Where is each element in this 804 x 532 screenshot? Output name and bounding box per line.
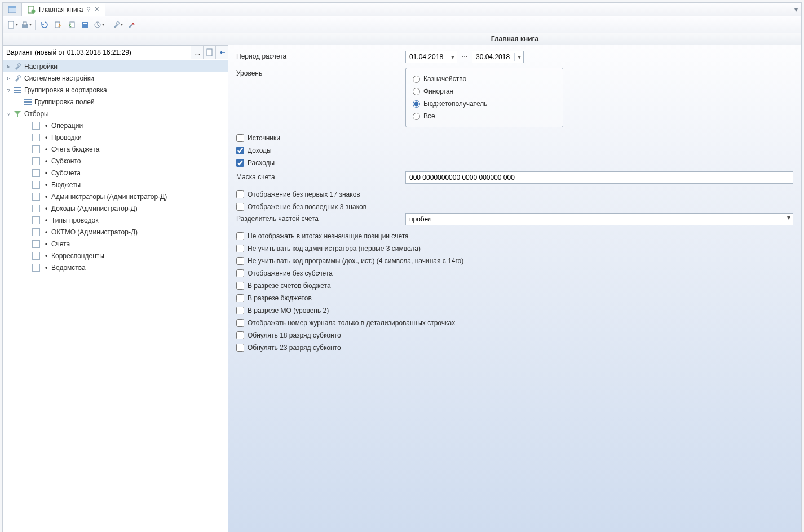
date-to-input[interactable]: [472, 53, 514, 61]
checkbox-by-mo[interactable]: В разрезе МО (уровень 2): [236, 304, 793, 317]
report-icon: [28, 6, 36, 14]
toolbar-sep: [35, 20, 36, 30]
import-button[interactable]: [65, 19, 78, 31]
tree-filter-accounts[interactable]: •Счета: [3, 238, 228, 250]
tree-label: Субконто: [51, 157, 81, 165]
chevron-down-icon[interactable]: ▾: [448, 53, 457, 61]
checkbox-no-program-code[interactable]: Не учитывать код программы (дох., ист.) …: [236, 255, 793, 267]
collapse-icon[interactable]: ▿: [5, 110, 12, 117]
date-from[interactable]: ▾: [405, 51, 457, 63]
svg-rect-16: [14, 87, 21, 88]
tree-filter-subkonto[interactable]: •Субконто: [3, 155, 228, 167]
chevron-down-icon[interactable]: ▾: [784, 214, 793, 225]
export-button[interactable]: [52, 19, 64, 31]
tools-button[interactable]: ▾: [111, 19, 123, 31]
checkbox-no-subaccount[interactable]: Отображение без субсчета: [236, 267, 793, 280]
checkbox-sources[interactable]: Источники: [236, 132, 793, 144]
checkbox-zero18[interactable]: Обнулять 18 разряд субконто: [236, 329, 793, 342]
refresh-button[interactable]: [38, 19, 51, 31]
mask-input[interactable]: [405, 171, 793, 184]
tab-home[interactable]: [3, 3, 22, 16]
checkbox-expenses[interactable]: Расходы: [236, 157, 793, 169]
date-to[interactable]: ▾: [472, 51, 524, 63]
tree-label: Системные настройки: [24, 74, 94, 82]
tree-filter-operations[interactable]: •Операции: [3, 119, 228, 131]
tree-filter-correspondents[interactable]: •Корреспонденты: [3, 250, 228, 261]
checkbox-icon[interactable]: [32, 252, 40, 260]
settings-tree[interactable]: ▹ Настройки ▹ Системные настройки ▿ Груп…: [3, 59, 228, 532]
tree-label: Операции: [51, 122, 83, 130]
radio-recipient[interactable]: Бюджетополучатель: [413, 97, 556, 110]
close-icon[interactable]: ✕: [94, 6, 99, 13]
checkbox-icon[interactable]: [32, 240, 40, 248]
checkbox-icon[interactable]: [32, 264, 40, 272]
variant-new-button[interactable]: [203, 46, 215, 59]
checkbox-zero23[interactable]: Обнулять 23 разряд субконто: [236, 342, 793, 354]
svg-rect-13: [207, 49, 212, 56]
tree-label: Счета: [51, 240, 70, 248]
checkbox-hide-insignificant[interactable]: Не отображать в итогах незначащие позици…: [236, 230, 793, 242]
tree-node-settings[interactable]: ▹ Настройки: [3, 60, 228, 72]
tree-node-group-fields[interactable]: Группировка полей: [3, 96, 228, 108]
checkbox-icon[interactable]: [32, 122, 40, 130]
wrench-icon: [13, 62, 22, 71]
list-icon: [13, 86, 22, 95]
radio-all[interactable]: Все: [413, 110, 556, 122]
filter-icon: [13, 109, 22, 118]
checkbox-icon[interactable]: [32, 193, 40, 201]
radio-treasury[interactable]: Казначейство: [413, 73, 556, 85]
checkbox-icon[interactable]: [32, 134, 40, 141]
checkbox-icon[interactable]: [32, 169, 40, 177]
new-button[interactable]: ▾: [6, 19, 19, 31]
history-button[interactable]: ▾: [92, 19, 105, 31]
checkbox-trim17[interactable]: Отображение без первых 17 знаков: [236, 188, 793, 201]
variant-browse-button[interactable]: …: [191, 46, 203, 59]
tree-filter-entry-types[interactable]: •Типы проводок: [3, 214, 228, 226]
tree-filter-budget-accounts[interactable]: •Счета бюджета: [3, 143, 228, 155]
chevron-down-icon[interactable]: ▾: [514, 53, 523, 61]
tree-label: Счета бюджета: [51, 145, 99, 153]
tree-filter-entries[interactable]: •Проводки: [3, 131, 228, 143]
separator-select[interactable]: ▾: [405, 213, 793, 225]
tree-node-group-sort[interactable]: ▿ Группировка и сортировка: [3, 84, 228, 96]
checkbox-icon[interactable]: [32, 145, 40, 153]
svg-rect-20: [24, 101, 32, 103]
checkbox-no-admin-code[interactable]: Не учитывать код администратора (первые …: [236, 242, 793, 255]
checkbox-icon[interactable]: [32, 205, 40, 212]
tree-filter-subaccounts[interactable]: •Субсчета: [3, 167, 228, 179]
collapse-icon[interactable]: ▿: [5, 87, 12, 93]
separator-label: Разделитель частей счета: [236, 213, 405, 223]
window-icon: [8, 6, 16, 13]
tabs-overflow[interactable]: ▾: [791, 3, 801, 16]
save-button[interactable]: [79, 19, 91, 31]
expand-icon[interactable]: ▹: [5, 75, 12, 81]
variant-undo-button[interactable]: [215, 46, 228, 59]
tree-filter-budgets[interactable]: •Бюджеты: [3, 179, 228, 190]
tree-node-filters[interactable]: ▿ Отборы: [3, 108, 228, 119]
left-title-spacer: [3, 33, 228, 46]
date-from-input[interactable]: [406, 53, 448, 61]
separator-value[interactable]: [406, 214, 784, 225]
checkbox-icon[interactable]: [32, 181, 40, 189]
checkbox-by-budget-accounts[interactable]: В разрезе счетов бюджета: [236, 280, 793, 292]
radio-finorgan[interactable]: Финорган: [413, 85, 556, 97]
checkbox-icon[interactable]: [32, 157, 40, 165]
svg-rect-17: [14, 90, 21, 91]
checkbox-by-budgets[interactable]: В разрезе бюджетов: [236, 292, 793, 304]
checkbox-incomes[interactable]: Доходы: [236, 144, 793, 157]
print-button[interactable]: ▾: [20, 19, 32, 31]
tab-main-book[interactable]: Главная книга ⚲ ✕: [22, 3, 105, 16]
tree-filter-incomes[interactable]: •Доходы (Администратор-Д): [3, 202, 228, 214]
delete-tool-button[interactable]: [125, 19, 137, 31]
tree-filter-admins[interactable]: •Администраторы (Администратор-Д): [3, 190, 228, 202]
checkbox-journal-detail[interactable]: Отображать номер журнала только в детали…: [236, 317, 793, 329]
expand-icon[interactable]: ▹: [5, 63, 12, 69]
pin-icon[interactable]: ⚲: [86, 6, 91, 13]
checkbox-icon[interactable]: [32, 228, 40, 236]
tree-node-sys-settings[interactable]: ▹ Системные настройки: [3, 72, 228, 84]
tree-filter-departments[interactable]: •Ведомства: [3, 261, 228, 273]
variant-input[interactable]: [3, 46, 191, 59]
tree-filter-oktmo[interactable]: •ОКТМО (Администратор-Д): [3, 226, 228, 238]
checkbox-trim3[interactable]: Отображение без последних 3 знаков: [236, 201, 793, 213]
checkbox-icon[interactable]: [32, 216, 40, 224]
